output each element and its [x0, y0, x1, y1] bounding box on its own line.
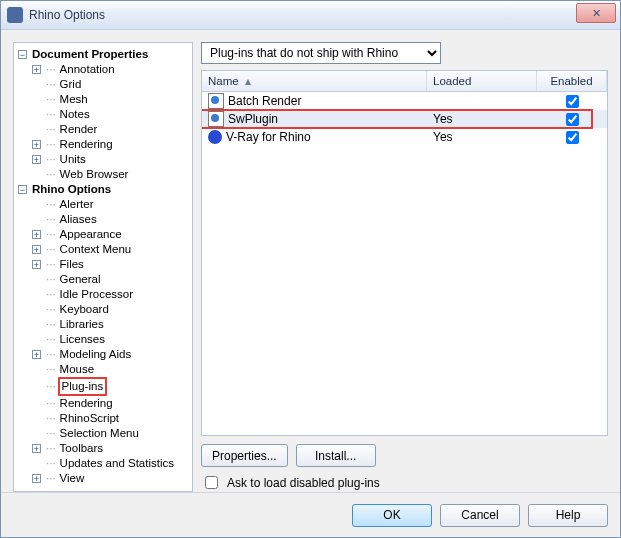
- tree-rhino-opts[interactable]: Rhino Options: [32, 182, 111, 197]
- table-row[interactable]: V-Ray for RhinoYes: [202, 128, 607, 146]
- tree-item[interactable]: Context Menu: [60, 242, 132, 257]
- expander: [32, 110, 41, 119]
- ask-disabled-row[interactable]: Ask to load disabled plug-ins: [201, 473, 608, 492]
- expander: [32, 125, 41, 134]
- tree-item[interactable]: Units: [60, 152, 86, 167]
- tree-item[interactable]: Notes: [60, 107, 90, 122]
- tree-item[interactable]: Alerter: [60, 197, 94, 212]
- grid-header: Name▴ Loaded Enabled: [202, 71, 607, 92]
- table-row[interactable]: Batch Render: [202, 92, 607, 110]
- right-panel: Plug-ins that do not ship with Rhino Nam…: [201, 42, 608, 492]
- expander: [32, 80, 41, 89]
- grid-buttons: Properties... Install...: [201, 444, 608, 467]
- col-enabled[interactable]: Enabled: [537, 71, 607, 91]
- expander-doc-props[interactable]: [18, 50, 27, 59]
- app-icon: [7, 7, 23, 23]
- table-row[interactable]: SwPluginYes: [202, 110, 607, 128]
- help-button[interactable]: Help: [528, 504, 608, 527]
- tree-item[interactable]: View: [60, 471, 85, 486]
- tree-item[interactable]: Selection Menu: [60, 426, 139, 441]
- grid-body: Batch RenderSwPluginYesV-Ray for RhinoYe…: [202, 92, 607, 435]
- tree-item[interactable]: Rendering: [60, 396, 113, 411]
- install-button[interactable]: Install...: [296, 444, 376, 467]
- expander: [32, 95, 41, 104]
- expander[interactable]: [32, 260, 41, 269]
- tree-item[interactable]: Annotation: [60, 62, 115, 77]
- tree-item[interactable]: Files: [60, 257, 84, 272]
- tree-item[interactable]: Rendering: [60, 137, 113, 152]
- tree-doc-props[interactable]: Document Properties: [32, 47, 148, 62]
- ask-disabled-label: Ask to load disabled plug-ins: [227, 476, 380, 490]
- expander[interactable]: [32, 474, 41, 483]
- plugin-name: Batch Render: [228, 94, 301, 108]
- ask-disabled-checkbox[interactable]: [205, 476, 218, 489]
- tree-item[interactable]: RhinoScript: [60, 411, 119, 426]
- expander[interactable]: [32, 65, 41, 74]
- expander[interactable]: [32, 155, 41, 164]
- plugin-grid: Name▴ Loaded Enabled Batch RenderSwPlugi…: [201, 70, 608, 436]
- plugin-icon: [208, 130, 222, 144]
- tree-item[interactable]: Render: [60, 122, 98, 137]
- tree-item[interactable]: Appearance: [60, 227, 122, 242]
- tree-item[interactable]: Libraries: [60, 317, 104, 332]
- expander-rhino-opts[interactable]: [18, 185, 27, 194]
- expander[interactable]: [32, 230, 41, 239]
- expander: [32, 200, 41, 209]
- expander: [32, 429, 41, 438]
- titlebar: Rhino Options ✕: [1, 1, 620, 30]
- expander[interactable]: [32, 245, 41, 254]
- tree-item[interactable]: Grid: [60, 77, 82, 92]
- tree-item[interactable]: Keyboard: [60, 302, 109, 317]
- tree-item[interactable]: Modeling Aids: [60, 347, 132, 362]
- tree-item[interactable]: Mesh: [60, 92, 88, 107]
- tree-item[interactable]: Licenses: [60, 332, 105, 347]
- col-loaded[interactable]: Loaded: [427, 71, 537, 91]
- plugin-name: SwPlugin: [228, 112, 278, 126]
- expander[interactable]: [32, 444, 41, 453]
- expander: [32, 365, 41, 374]
- plugin-icon: [208, 111, 224, 127]
- plugin-loaded: Yes: [427, 112, 537, 126]
- expander[interactable]: [32, 350, 41, 359]
- expander: [32, 305, 41, 314]
- tree-item[interactable]: Idle Processor: [60, 287, 134, 302]
- tree-item[interactable]: Mouse: [60, 362, 95, 377]
- properties-button[interactable]: Properties...: [201, 444, 288, 467]
- options-tree[interactable]: Document Properties ···Annotation···Grid…: [13, 42, 193, 492]
- plugin-enabled-checkbox[interactable]: [566, 131, 579, 144]
- plugin-filter-select[interactable]: Plug-ins that do not ship with Rhino: [201, 42, 441, 64]
- tree-item[interactable]: Updates and Statistics: [60, 456, 174, 471]
- expander: [32, 335, 41, 344]
- window: Rhino Options ✕ Document Properties ···A…: [0, 0, 621, 538]
- dialog-footer: OK Cancel Help: [1, 492, 620, 537]
- tree-item[interactable]: Aliases: [60, 212, 97, 227]
- window-buttons: ✕: [576, 3, 616, 23]
- expander: [32, 290, 41, 299]
- main-row: Document Properties ···Annotation···Grid…: [13, 42, 608, 492]
- window-title: Rhino Options: [29, 8, 105, 22]
- expander[interactable]: [32, 140, 41, 149]
- dialog-body: Document Properties ···Annotation···Grid…: [1, 30, 620, 492]
- ok-button[interactable]: OK: [352, 504, 432, 527]
- expander: [32, 459, 41, 468]
- expander: [32, 275, 41, 284]
- filter-row: Plug-ins that do not ship with Rhino: [201, 42, 608, 64]
- tree-item[interactable]: Plug-ins: [58, 377, 108, 396]
- expander: [32, 170, 41, 179]
- plugin-icon: [208, 93, 224, 109]
- close-button[interactable]: ✕: [576, 3, 616, 23]
- plugin-enabled-checkbox[interactable]: [566, 95, 579, 108]
- tree-item[interactable]: Web Browser: [60, 167, 129, 182]
- expander: [32, 382, 41, 391]
- tree-item[interactable]: General: [60, 272, 101, 287]
- below-grid: Properties... Install... Ask to load dis…: [201, 444, 608, 492]
- expander: [32, 399, 41, 408]
- plugin-enabled-checkbox[interactable]: [566, 113, 579, 126]
- tree: Document Properties ···Annotation···Grid…: [16, 47, 190, 486]
- col-name[interactable]: Name▴: [202, 71, 427, 91]
- plugin-name: V-Ray for Rhino: [226, 130, 311, 144]
- expander: [32, 320, 41, 329]
- cancel-button[interactable]: Cancel: [440, 504, 520, 527]
- tree-item[interactable]: Toolbars: [60, 441, 103, 456]
- expander: [32, 215, 41, 224]
